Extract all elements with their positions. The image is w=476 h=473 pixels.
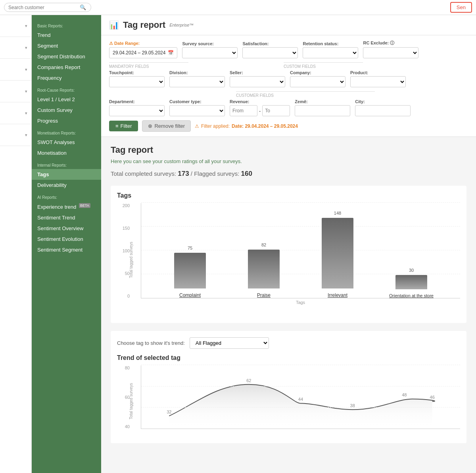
bar-rect-complaint[interactable] xyxy=(174,253,206,288)
trend-label-5: 46 xyxy=(430,395,435,400)
retention-select[interactable] xyxy=(303,47,358,58)
satisfaction-select[interactable] xyxy=(242,47,298,58)
date-range-box[interactable]: 29.04.2024 – 29.05.2024 📅 xyxy=(109,47,177,58)
search-icon: 🔍 xyxy=(80,4,86,10)
grid-line-200 xyxy=(141,202,460,203)
sidebar-item-sentiment-evolution[interactable]: Sentiment Evolution xyxy=(32,234,101,244)
customer-type-group: Customer type: xyxy=(169,99,225,116)
root-cause-label: Root-Cause Reports: xyxy=(32,83,101,94)
bar-label-orientation[interactable]: Orientation at the store xyxy=(389,293,434,298)
sidebar-item-swot[interactable]: SWOT Analyses xyxy=(32,137,101,148)
collapse-item-3[interactable]: ▾ xyxy=(0,59,31,81)
satisfaction-group: Satisfaction: xyxy=(242,41,298,58)
report-subtitle: Here you can see your custom ratings of … xyxy=(111,158,466,164)
chart-title: Tags xyxy=(117,192,460,199)
revenue-to-input[interactable] xyxy=(262,105,290,116)
calendar-icon[interactable]: 📅 xyxy=(168,50,174,56)
trend-grid-60 xyxy=(141,407,460,408)
choose-tag-row: Choose tag to show it's trend: All Flagg… xyxy=(117,337,460,349)
revenue-range: - xyxy=(230,105,290,116)
company-label: Company: xyxy=(290,70,345,75)
touchpoint-select[interactable] xyxy=(109,76,165,87)
sidebar-item-trend[interactable]: Trend xyxy=(32,30,101,40)
sidebar-item-sentiment-segment[interactable]: Sentiment Segment xyxy=(32,244,101,255)
zeme-input[interactable] xyxy=(295,105,350,116)
sidebar-item-experience-trend[interactable]: Experience trend BETA xyxy=(32,201,101,212)
choose-tag-select[interactable]: All Flagged Complaint Praise Irrelevant … xyxy=(190,337,269,349)
collapse-item-5[interactable]: ▾ xyxy=(0,102,31,124)
bar-value-irrelevant: 148 xyxy=(334,211,341,215)
sidebar-item-frequency[interactable]: Frequency xyxy=(32,73,101,83)
trend-label-4: 48 xyxy=(402,393,407,398)
sidebar-item-custom-survey[interactable]: Custom Survey xyxy=(32,105,101,115)
search-box[interactable]: 🔍 xyxy=(4,3,91,12)
x-axis-title: Tags xyxy=(141,300,460,305)
collapse-item-6[interactable]: ▾ xyxy=(0,124,31,146)
mandatory-fields-label: MANDATORY FIELDS xyxy=(109,62,188,69)
trend-y-labels: 40 60 80 xyxy=(117,365,130,429)
touchpoint-group: Touchpoint: xyxy=(109,70,165,87)
collapse-item-2[interactable]: ▾ xyxy=(0,37,31,59)
sidebar-item-progress[interactable]: Progress xyxy=(32,115,101,126)
rc-exclude-select[interactable] xyxy=(363,47,418,58)
filter-icon: ≡ xyxy=(115,123,119,129)
collapse-item-1[interactable]: ▾ xyxy=(0,15,31,37)
survey-source-select[interactable] xyxy=(182,47,238,58)
trend-chart-title: Trend of selected tag xyxy=(117,354,460,361)
seller-select[interactable] xyxy=(230,76,285,87)
sidebar-item-segment[interactable]: Segment xyxy=(32,40,101,51)
collapse-rail: ▾ ▾ ▾ ▾ ▾ ▾ xyxy=(0,15,32,473)
customer-type-label: Customer type: xyxy=(169,99,225,104)
search-input[interactable] xyxy=(8,5,80,10)
report-title: Tag report xyxy=(111,145,466,155)
sidebar-item-level1-level2[interactable]: Level 1 / Level 2 xyxy=(32,94,101,105)
city-label: City: xyxy=(355,99,411,104)
sidebar-item-companies-report[interactable]: Companies Report xyxy=(32,62,101,73)
collapse-item-4[interactable]: ▾ xyxy=(0,81,31,102)
filter-section: ⚠ Date Range: 29.04.2024 – 29.05.2024 📅 … xyxy=(101,35,476,137)
bar-label-irrelevant[interactable]: Irrelevant xyxy=(328,292,347,298)
y-axis-title: Total tagged surveys xyxy=(129,242,133,278)
trend-chart-area: 32 62 44 38 48 46 xyxy=(141,365,460,429)
remove-icon: ⊗ xyxy=(148,123,152,129)
rc-exclude-group: RC Exclude: ⓘ xyxy=(363,40,418,58)
date-range-label: ⚠ Date Range: xyxy=(109,41,177,46)
product-select[interactable] xyxy=(350,76,406,87)
filter-button[interactable]: ≡ Filter xyxy=(109,121,138,131)
bar-chart-area: 75 Complaint 82 Praise 148 xyxy=(141,203,460,298)
department-select[interactable] xyxy=(109,105,165,116)
send-button[interactable]: Sen xyxy=(450,2,472,13)
bar-label-complaint[interactable]: Complaint xyxy=(179,292,201,298)
division-select[interactable] xyxy=(169,76,225,87)
sidebar-item-monetisation[interactable]: Monetisation xyxy=(32,148,101,158)
customer-fields-label: CUSTOMER FIELDS xyxy=(236,91,375,98)
product-group: Product: xyxy=(350,70,406,87)
sidebar-item-segment-distribution[interactable]: Segment Distribution xyxy=(32,51,101,62)
revenue-separator: - xyxy=(259,108,261,114)
sidebar-item-sentiment-trend[interactable]: Sentiment Trend xyxy=(32,212,101,223)
remove-filter-button[interactable]: ⊗ Remove filter xyxy=(142,120,191,132)
content-area: 📊 Tag report Enterprise™ ⚠ Date Range: 2… xyxy=(101,15,476,473)
city-group: City: xyxy=(355,99,411,116)
bar-rect-irrelevant[interactable] xyxy=(322,218,353,288)
bar-complaint: 75 Complaint xyxy=(166,246,214,298)
sidebar-item-tags[interactable]: Tags xyxy=(32,169,101,180)
sidebar-item-sentiment-overview[interactable]: Sentiment Overview xyxy=(32,223,101,234)
filter-row-2: Touchpoint: Division: Seller: xyxy=(109,70,468,87)
company-select[interactable] xyxy=(290,76,345,87)
trend-grid-70 xyxy=(141,386,460,386)
sidebar-item-deliverability[interactable]: Deliverability xyxy=(32,180,101,190)
touchpoint-label: Touchpoint: xyxy=(109,70,165,75)
main-layout: ▾ ▾ ▾ ▾ ▾ ▾ Basic Reports: Trend Segment… xyxy=(0,15,476,473)
city-input[interactable] xyxy=(355,105,411,116)
bar-value-praise: 82 xyxy=(261,242,266,247)
tags-chart-section: Tags Total tagged surveys 0 50 100 150 2… xyxy=(111,186,466,323)
bar-praise: 82 Praise xyxy=(240,242,288,298)
trend-svg: 32 62 44 38 48 46 xyxy=(141,365,460,429)
bar-rect-praise[interactable] xyxy=(248,250,280,288)
customer-type-select[interactable] xyxy=(169,105,225,116)
bar-label-praise[interactable]: Praise xyxy=(257,292,271,298)
bar-rect-orientation[interactable] xyxy=(395,275,427,289)
date-range-group: ⚠ Date Range: 29.04.2024 – 29.05.2024 📅 xyxy=(109,41,177,58)
revenue-from-input[interactable] xyxy=(230,105,257,116)
